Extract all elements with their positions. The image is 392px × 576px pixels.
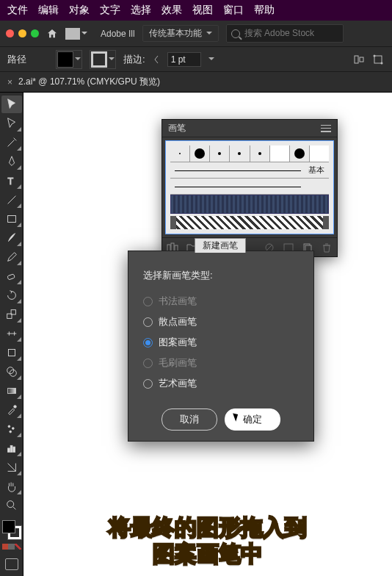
option-label: 散点画笔 — [159, 315, 197, 328]
fill-stroke-indicator[interactable] — [2, 520, 21, 539]
menu-select[interactable]: 选择 — [128, 4, 154, 17]
stroke-decrement-icon[interactable] — [153, 54, 160, 65]
svg-rect-14 — [7, 388, 15, 393]
rectangle-tool[interactable] — [1, 210, 22, 228]
zoom-tool[interactable] — [1, 497, 22, 514]
gradient-tool[interactable] — [1, 382, 22, 400]
color-mode-icons[interactable] — [2, 544, 21, 551]
brush-swatch[interactable] — [190, 145, 210, 162]
svg-rect-8 — [7, 274, 14, 280]
close-tab-icon[interactable]: × — [7, 77, 12, 87]
dialog-header: 新建画笔 — [195, 238, 246, 253]
type-tool[interactable]: T — [1, 172, 22, 190]
magic-wand-tool[interactable] — [1, 134, 22, 151]
pattern-brush-row[interactable] — [170, 195, 329, 214]
svg-point-18 — [9, 431, 11, 433]
direct-selection-tool[interactable] — [1, 115, 22, 132]
home-icon[interactable] — [46, 28, 58, 40]
brush-swatch[interactable] — [230, 145, 250, 162]
svg-line-23 — [12, 507, 15, 510]
option-scatter[interactable]: 散点画笔 — [143, 312, 299, 332]
svg-point-4 — [381, 62, 383, 64]
fill-swatch[interactable] — [56, 50, 82, 69]
eyedropper-tool[interactable] — [1, 401, 22, 419]
scale-tool[interactable] — [1, 306, 22, 323]
menu-file[interactable]: 文件 — [4, 4, 31, 17]
svg-point-13 — [10, 370, 16, 376]
svg-rect-19 — [7, 448, 10, 452]
eraser-tool[interactable] — [1, 267, 22, 285]
ok-button[interactable]: 确定 — [225, 408, 280, 431]
line-tool[interactable] — [1, 191, 22, 209]
option-pattern[interactable]: 图案画笔 — [143, 332, 299, 353]
chevron-down-icon[interactable] — [208, 57, 214, 63]
caption-line-2: 图案画笔中 — [23, 541, 392, 567]
mouse-cursor-icon — [233, 411, 240, 421]
svg-line-6 — [7, 196, 15, 204]
brush-swatch[interactable] — [210, 145, 230, 162]
graph-tool[interactable] — [1, 439, 22, 457]
menu-window[interactable]: 窗口 — [220, 4, 247, 17]
search-input[interactable]: 搜索 Adobe Stock — [226, 24, 344, 43]
pencil-tool[interactable] — [1, 248, 22, 266]
brush-swatch[interactable] — [270, 145, 290, 162]
option-bristle: 毛刷画笔 — [143, 353, 299, 373]
menu-type[interactable]: 文字 — [97, 4, 123, 17]
stroke-swatch[interactable] — [90, 50, 116, 69]
control-bar: 路径 描边: — [0, 47, 392, 72]
brush-row[interactable] — [170, 179, 329, 195]
selection-tool[interactable] — [1, 96, 22, 113]
menu-edit[interactable]: 编辑 — [35, 4, 62, 17]
svg-rect-0 — [355, 56, 358, 63]
shape-builder-tool[interactable] — [1, 363, 22, 381]
stroke-weight-input[interactable] — [167, 52, 201, 67]
art-brush-row[interactable] — [170, 216, 329, 229]
canvas[interactable]: GXT网 画笔 基本 — [23, 93, 392, 576]
document-tab-title[interactable]: 2.ai* @ 107.71% (CMYK/GPU 预览) — [18, 76, 160, 88]
minimize-window-button[interactable] — [18, 29, 26, 37]
brush-swatch[interactable] — [310, 145, 329, 162]
hand-tool[interactable] — [1, 478, 22, 495]
symbol-sprayer-tool[interactable] — [1, 420, 22, 438]
svg-rect-29 — [284, 244, 293, 251]
menu-view[interactable]: 视图 — [189, 4, 216, 17]
main-area: T GXT网 画笔 — [0, 93, 392, 576]
slice-tool[interactable] — [1, 458, 22, 476]
panel-menu-icon[interactable] — [321, 125, 331, 132]
free-transform-tool[interactable] — [1, 344, 22, 361]
paintbrush-tool[interactable] — [1, 229, 22, 247]
brush-swatch[interactable] — [250, 145, 270, 162]
brushes-panel[interactable]: 画笔 基本 — [161, 119, 338, 257]
fill-color-icon[interactable] — [2, 520, 15, 533]
ok-label: 确定 — [243, 414, 262, 425]
rotate-tool[interactable] — [1, 287, 22, 304]
menu-help[interactable]: 帮助 — [251, 4, 277, 17]
transform-icon[interactable] — [373, 54, 385, 65]
search-placeholder: 搜索 Adobe Stock — [244, 27, 314, 40]
align-icon[interactable] — [354, 54, 366, 65]
svg-point-22 — [7, 501, 13, 508]
document-layout-icon[interactable] — [65, 28, 80, 40]
option-art[interactable]: 艺术画笔 — [143, 373, 299, 394]
brush-list[interactable]: 基本 — [165, 140, 334, 234]
stroke-label: 描边: — [123, 53, 145, 66]
brush-swatch[interactable] — [170, 145, 190, 162]
delete-brush-icon[interactable] — [321, 242, 333, 253]
brush-swatch[interactable] — [290, 145, 310, 162]
chevron-down-icon — [206, 32, 212, 37]
menu-effect[interactable]: 效果 — [159, 4, 185, 17]
caption-overlay: 将最终的图形拖入到 图案画笔中 — [23, 514, 392, 567]
close-window-button[interactable] — [6, 29, 14, 37]
window-controls — [6, 29, 39, 37]
maximize-window-button[interactable] — [31, 29, 39, 37]
option-label: 毛刷画笔 — [159, 356, 197, 370]
menu-object[interactable]: 对象 — [66, 4, 92, 17]
screen-mode-icon[interactable] — [5, 558, 18, 570]
option-label: 书法画笔 — [159, 295, 197, 308]
cancel-button[interactable]: 取消 — [161, 408, 217, 431]
width-tool[interactable] — [1, 325, 22, 342]
pen-tool[interactable] — [1, 153, 22, 170]
basic-brush[interactable]: 基本 — [170, 162, 329, 179]
option-calligraphic: 书法画笔 — [143, 291, 299, 312]
workspace-dropdown[interactable]: 传统基本功能 — [142, 25, 219, 42]
